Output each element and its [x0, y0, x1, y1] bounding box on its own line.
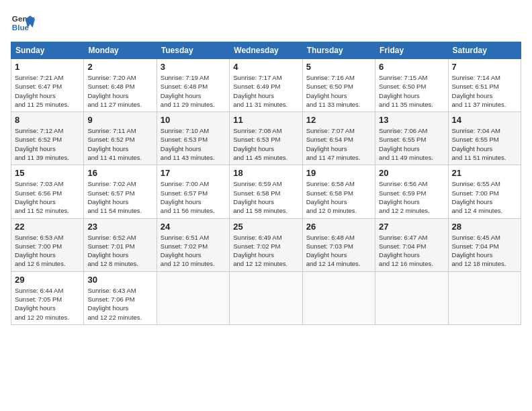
calendar-cell [230, 271, 302, 324]
day-number: 10 [161, 115, 226, 125]
calendar-cell: 14 Sunrise: 7:04 AM Sunset: 6:55 PM Dayl… [448, 112, 521, 165]
weekday-header-thursday: Thursday [302, 42, 375, 59]
weekday-header-saturday: Saturday [448, 42, 521, 59]
day-info: Sunrise: 6:49 AM Sunset: 7:02 PM Dayligh… [233, 233, 298, 269]
calendar-cell: 8 Sunrise: 7:12 AM Sunset: 6:52 PM Dayli… [11, 112, 84, 165]
day-number: 12 [306, 115, 371, 125]
day-info: Sunrise: 7:03 AM Sunset: 6:56 PM Dayligh… [15, 179, 80, 215]
day-info: Sunrise: 6:56 AM Sunset: 6:59 PM Dayligh… [379, 179, 444, 215]
calendar-cell: 11 Sunrise: 7:08 AM Sunset: 6:53 PM Dayl… [230, 112, 302, 165]
calendar-cell: 28 Sunrise: 6:45 AM Sunset: 7:04 PM Dayl… [448, 218, 521, 271]
calendar-cell: 23 Sunrise: 6:52 AM Sunset: 7:01 PM Dayl… [84, 218, 157, 271]
day-info: Sunrise: 6:58 AM Sunset: 6:58 PM Dayligh… [306, 179, 371, 215]
day-info: Sunrise: 7:06 AM Sunset: 6:55 PM Dayligh… [379, 126, 444, 162]
day-info: Sunrise: 6:43 AM Sunset: 7:06 PM Dayligh… [87, 286, 152, 322]
day-number: 23 [87, 222, 152, 232]
calendar-cell: 30 Sunrise: 6:43 AM Sunset: 7:06 PM Dayl… [84, 271, 157, 324]
day-number: 1 [15, 62, 80, 72]
calendar-cell: 29 Sunrise: 6:44 AM Sunset: 7:05 PM Dayl… [11, 271, 84, 324]
calendar-cell: 16 Sunrise: 7:02 AM Sunset: 6:57 PM Dayl… [84, 165, 157, 218]
calendar-cell: 19 Sunrise: 6:58 AM Sunset: 6:58 PM Dayl… [302, 165, 375, 218]
day-info: Sunrise: 7:20 AM Sunset: 6:48 PM Dayligh… [87, 73, 152, 109]
day-info: Sunrise: 7:11 AM Sunset: 6:52 PM Dayligh… [87, 126, 152, 162]
day-info: Sunrise: 6:47 AM Sunset: 7:04 PM Dayligh… [379, 233, 444, 269]
day-info: Sunrise: 6:45 AM Sunset: 7:04 PM Dayligh… [452, 233, 517, 269]
day-info: Sunrise: 6:44 AM Sunset: 7:05 PM Dayligh… [15, 286, 80, 322]
day-number: 7 [452, 62, 517, 72]
day-info: Sunrise: 7:00 AM Sunset: 6:57 PM Dayligh… [161, 179, 226, 215]
logo: General Blue [11, 11, 35, 35]
weekday-header-friday: Friday [375, 42, 448, 59]
weekday-header-monday: Monday [84, 42, 157, 59]
calendar-cell: 5 Sunrise: 7:16 AM Sunset: 6:50 PM Dayli… [302, 59, 375, 112]
calendar-cell: 21 Sunrise: 6:55 AM Sunset: 7:00 PM Dayl… [448, 165, 521, 218]
day-number: 21 [452, 168, 517, 178]
calendar-cell [448, 271, 521, 324]
calendar-cell: 25 Sunrise: 6:49 AM Sunset: 7:02 PM Dayl… [230, 218, 302, 271]
day-number: 14 [452, 115, 517, 125]
weekday-header-wednesday: Wednesday [230, 42, 302, 59]
calendar-cell: 17 Sunrise: 7:00 AM Sunset: 6:57 PM Dayl… [157, 165, 229, 218]
day-number: 18 [233, 168, 298, 178]
day-number: 11 [233, 115, 298, 125]
day-info: Sunrise: 7:10 AM Sunset: 6:53 PM Dayligh… [161, 126, 226, 162]
day-number: 30 [87, 275, 152, 285]
day-number: 19 [306, 168, 371, 178]
day-info: Sunrise: 7:12 AM Sunset: 6:52 PM Dayligh… [15, 126, 80, 162]
calendar-table: SundayMondayTuesdayWednesdayThursdayFrid… [11, 42, 521, 325]
calendar-cell: 22 Sunrise: 6:53 AM Sunset: 7:00 PM Dayl… [11, 218, 84, 271]
calendar-cell: 26 Sunrise: 6:48 AM Sunset: 7:03 PM Dayl… [302, 218, 375, 271]
day-info: Sunrise: 7:21 AM Sunset: 6:47 PM Dayligh… [15, 73, 80, 109]
day-number: 25 [233, 222, 298, 232]
day-info: Sunrise: 7:07 AM Sunset: 6:54 PM Dayligh… [306, 126, 371, 162]
calendar-cell: 20 Sunrise: 6:56 AM Sunset: 6:59 PM Dayl… [375, 165, 448, 218]
day-info: Sunrise: 7:17 AM Sunset: 6:49 PM Dayligh… [233, 73, 298, 109]
calendar-cell: 6 Sunrise: 7:15 AM Sunset: 6:50 PM Dayli… [375, 59, 448, 112]
day-number: 2 [87, 62, 152, 72]
calendar-cell: 24 Sunrise: 6:51 AM Sunset: 7:02 PM Dayl… [157, 218, 229, 271]
day-number: 28 [452, 222, 517, 232]
day-info: Sunrise: 7:02 AM Sunset: 6:57 PM Dayligh… [87, 179, 152, 215]
day-number: 8 [15, 115, 80, 125]
day-number: 15 [15, 168, 80, 178]
calendar-cell: 4 Sunrise: 7:17 AM Sunset: 6:49 PM Dayli… [230, 59, 302, 112]
calendar-cell: 13 Sunrise: 7:06 AM Sunset: 6:55 PM Dayl… [375, 112, 448, 165]
calendar-cell: 3 Sunrise: 7:19 AM Sunset: 6:48 PM Dayli… [157, 59, 229, 112]
logo-icon: General Blue [11, 11, 35, 35]
day-info: Sunrise: 7:19 AM Sunset: 6:48 PM Dayligh… [161, 73, 226, 109]
calendar-cell: 9 Sunrise: 7:11 AM Sunset: 6:52 PM Dayli… [84, 112, 157, 165]
day-info: Sunrise: 7:14 AM Sunset: 6:51 PM Dayligh… [452, 73, 517, 109]
calendar-cell: 10 Sunrise: 7:10 AM Sunset: 6:53 PM Dayl… [157, 112, 229, 165]
calendar-cell [375, 271, 448, 324]
day-info: Sunrise: 7:04 AM Sunset: 6:55 PM Dayligh… [452, 126, 517, 162]
calendar-cell: 12 Sunrise: 7:07 AM Sunset: 6:54 PM Dayl… [302, 112, 375, 165]
weekday-header-sunday: Sunday [11, 42, 84, 59]
day-number: 5 [306, 62, 371, 72]
day-number: 3 [161, 62, 226, 72]
day-number: 17 [161, 168, 226, 178]
day-info: Sunrise: 7:08 AM Sunset: 6:53 PM Dayligh… [233, 126, 298, 162]
weekday-header-tuesday: Tuesday [157, 42, 229, 59]
calendar-cell: 1 Sunrise: 7:21 AM Sunset: 6:47 PM Dayli… [11, 59, 84, 112]
calendar-cell: 15 Sunrise: 7:03 AM Sunset: 6:56 PM Dayl… [11, 165, 84, 218]
day-info: Sunrise: 6:53 AM Sunset: 7:00 PM Dayligh… [15, 233, 80, 269]
day-info: Sunrise: 6:52 AM Sunset: 7:01 PM Dayligh… [87, 233, 152, 269]
day-number: 29 [15, 275, 80, 285]
calendar-cell: 2 Sunrise: 7:20 AM Sunset: 6:48 PM Dayli… [84, 59, 157, 112]
day-info: Sunrise: 6:51 AM Sunset: 7:02 PM Dayligh… [161, 233, 226, 269]
calendar-cell: 27 Sunrise: 6:47 AM Sunset: 7:04 PM Dayl… [375, 218, 448, 271]
day-number: 9 [87, 115, 152, 125]
day-info: Sunrise: 6:48 AM Sunset: 7:03 PM Dayligh… [306, 233, 371, 269]
day-info: Sunrise: 6:55 AM Sunset: 7:00 PM Dayligh… [452, 179, 517, 215]
day-number: 4 [233, 62, 298, 72]
calendar-cell: 18 Sunrise: 6:59 AM Sunset: 6:58 PM Dayl… [230, 165, 302, 218]
day-info: Sunrise: 7:16 AM Sunset: 6:50 PM Dayligh… [306, 73, 371, 109]
page-header: General Blue [11, 11, 521, 35]
day-number: 6 [379, 62, 444, 72]
day-number: 27 [379, 222, 444, 232]
day-number: 24 [161, 222, 226, 232]
day-number: 26 [306, 222, 371, 232]
day-info: Sunrise: 7:15 AM Sunset: 6:50 PM Dayligh… [379, 73, 444, 109]
calendar-cell [157, 271, 229, 324]
calendar-cell [302, 271, 375, 324]
